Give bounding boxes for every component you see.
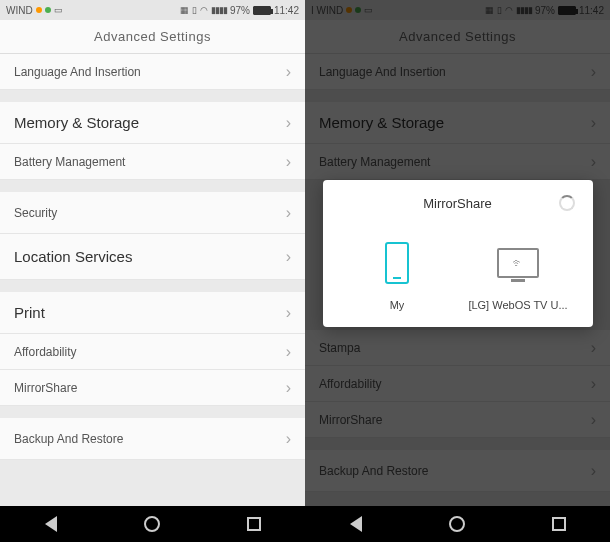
row-battery[interactable]: Battery Management› <box>0 144 305 180</box>
home-button[interactable] <box>141 513 163 535</box>
battery-icon <box>253 6 271 15</box>
loading-spinner-icon <box>559 195 575 211</box>
home-button[interactable] <box>446 513 468 535</box>
wifi-icon: ◠ <box>200 5 208 15</box>
dialog-title: MirrorShare <box>423 196 492 211</box>
chevron-right-icon: › <box>286 114 291 132</box>
tv-icon: ᯤ <box>497 237 539 289</box>
status-left: WIND ▭ <box>6 5 63 16</box>
clock: 11:42 <box>274 5 299 16</box>
row-backup[interactable]: Backup And Restore› <box>0 418 305 460</box>
back-button[interactable] <box>40 513 62 535</box>
chevron-right-icon: › <box>286 304 291 322</box>
sdcard-icon: ▭ <box>54 5 63 15</box>
dialog-header: MirrorShare <box>323 194 593 225</box>
device-list: My ᯤ [LG] WebOS TV U... <box>323 225 593 317</box>
divider <box>0 406 305 418</box>
carrier-label: WIND <box>6 5 33 16</box>
square-icon <box>247 517 261 531</box>
row-label: Print <box>14 304 45 321</box>
row-label: Battery Management <box>14 155 125 169</box>
device-label: [LG] WebOS TV U... <box>468 299 567 311</box>
row-label: Language And Insertion <box>14 65 141 79</box>
divider <box>0 90 305 102</box>
status-bar: WIND ▭ ▦ ▯ ◠ ▮▮▮▮ 97% 11:42 <box>0 0 305 20</box>
notif-icon <box>36 7 42 13</box>
recents-button[interactable] <box>548 513 570 535</box>
circle-icon <box>449 516 465 532</box>
wifi-icon: ᯤ <box>512 256 524 270</box>
nav-bar <box>305 506 610 542</box>
status-right: ▦ ▯ ◠ ▮▮▮▮ 97% 11:42 <box>180 5 299 16</box>
divider <box>0 280 305 292</box>
chevron-right-icon: › <box>286 379 291 397</box>
modal-overlay[interactable]: MirrorShare My ᯤ [LG] WebOS TV U... <box>305 0 610 506</box>
row-security[interactable]: Security› <box>0 192 305 234</box>
chevron-right-icon: › <box>286 248 291 266</box>
battery-percent: 97% <box>230 5 250 16</box>
row-label: Security <box>14 206 57 220</box>
recents-button[interactable] <box>243 513 265 535</box>
device-lg-tv[interactable]: ᯤ [LG] WebOS TV U... <box>468 237 568 311</box>
nfc-icon: ▦ <box>180 5 189 15</box>
row-affordability[interactable]: Affordability› <box>0 334 305 370</box>
row-language[interactable]: Language And Insertion› <box>0 54 305 90</box>
nav-bar <box>0 506 305 542</box>
row-label: Backup And Restore <box>14 432 123 446</box>
square-icon <box>552 517 566 531</box>
row-label: Memory & Storage <box>14 114 139 131</box>
row-mirrorshare[interactable]: MirrorShare› <box>0 370 305 406</box>
settings-list: Language And Insertion› Memory & Storage… <box>0 54 305 506</box>
phone-icon <box>376 237 418 289</box>
circle-icon <box>144 516 160 532</box>
header: Advanced Settings <box>0 20 305 54</box>
device-label: My <box>390 299 405 311</box>
chevron-right-icon: › <box>286 343 291 361</box>
row-label: Affordability <box>14 345 76 359</box>
chevron-right-icon: › <box>286 430 291 448</box>
whatsapp-icon <box>45 7 51 13</box>
row-label: Location Services <box>14 248 132 265</box>
divider <box>0 180 305 192</box>
row-memory[interactable]: Memory & Storage› <box>0 102 305 144</box>
mirrorshare-dialog: MirrorShare My ᯤ [LG] WebOS TV U... <box>323 180 593 327</box>
triangle-left-icon <box>350 516 362 532</box>
chevron-right-icon: › <box>286 153 291 171</box>
row-print[interactable]: Print› <box>0 292 305 334</box>
back-button[interactable] <box>345 513 367 535</box>
device-my-phone[interactable]: My <box>347 237 447 311</box>
row-location[interactable]: Location Services› <box>0 234 305 280</box>
row-label: MirrorShare <box>14 381 77 395</box>
triangle-left-icon <box>45 516 57 532</box>
signal-icon: ▮▮▮▮ <box>211 5 227 15</box>
page-title: Advanced Settings <box>94 29 211 44</box>
vibrate-icon: ▯ <box>192 5 197 15</box>
chevron-right-icon: › <box>286 204 291 222</box>
chevron-right-icon: › <box>286 63 291 81</box>
screen-left: WIND ▭ ▦ ▯ ◠ ▮▮▮▮ 97% 11:42 Advanced Set… <box>0 0 305 542</box>
screen-right: I WIND ▭ ▦ ▯ ◠ ▮▮▮▮ 97% 11:42 Advanced S… <box>305 0 610 542</box>
